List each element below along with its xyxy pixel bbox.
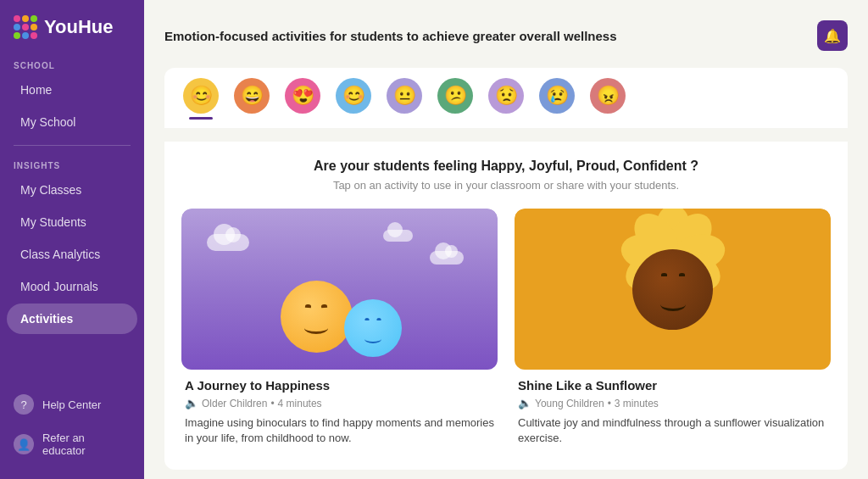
emoji-upset[interactable]: 😠 (585, 78, 631, 128)
main-header: Emotion-focused activities for students … (164, 20, 848, 51)
activity-image-sunflower (515, 209, 831, 370)
activity-desc-sunflower: Cultivate joy and mindfulness through a … (518, 415, 827, 446)
sidebar-item-class-analytics[interactable]: Class Analytics (7, 239, 137, 270)
help-icon: ? (14, 394, 34, 415)
activity-info-sunflower: Shine Like a Sunflower 🔈 Young Children … (515, 370, 831, 449)
eye-left (305, 304, 311, 309)
speaker-icon-journey: 🔈 (185, 397, 198, 409)
emoji-upset-circle: 😠 (590, 78, 626, 114)
cloud-3 (383, 230, 413, 242)
char-blue-smile (364, 335, 381, 343)
emoji-confident-circle: 😊 (336, 78, 371, 114)
activity-info-journey: A Journey to Happiness 🔈 Older Children … (181, 370, 498, 449)
sidebar-item-help-center[interactable]: ? Help Center (0, 386, 144, 423)
emoji-neutral-underline (392, 117, 416, 120)
meta-dot-sunflower: • (608, 398, 611, 409)
logo-dot-3 (31, 15, 37, 22)
emoji-unsure-circle: 😕 (437, 78, 473, 114)
emoji-sad[interactable]: 😢 (534, 78, 580, 128)
sidebar-divider (14, 145, 131, 146)
activity-desc-journey: Imagine using binoculars to find happy m… (185, 415, 494, 446)
char-orange-eyes (305, 304, 327, 308)
emoji-sad-underline (545, 117, 569, 120)
notification-button[interactable]: 🔔 (817, 20, 848, 51)
sidebar-item-refer-educator[interactable]: 👤 Refer an educator (0, 423, 144, 465)
emoji-happy[interactable]: 😊 (178, 78, 224, 128)
page-title: Emotion-focused activities for students … (164, 29, 617, 43)
logo-grid (14, 15, 37, 39)
logo-dot-2 (22, 15, 29, 22)
emoji-proud[interactable]: 😍 (280, 78, 326, 128)
activity-audience-journey: Older Children (202, 398, 267, 409)
activity-duration-sunflower: 3 minutes (615, 398, 659, 409)
activity-title-journey: A Journey to Happiness (185, 378, 494, 393)
logo-dot-5 (22, 24, 29, 31)
emoji-joyful-underline (240, 117, 264, 120)
sidebar: YouHue SCHOOL Home My School INSIGHTS My… (0, 0, 144, 479)
sidebar-item-home[interactable]: Home (7, 75, 137, 105)
blue-eye-left (364, 318, 369, 320)
flower-center (632, 249, 713, 330)
logo-dot-7 (14, 32, 20, 39)
activity-image-journey (181, 209, 498, 370)
meta-dot-journey: • (270, 398, 274, 409)
flower-eyes (661, 273, 685, 276)
emoji-sad-circle: 😢 (539, 78, 575, 114)
char-blue (344, 299, 402, 357)
eye-right (321, 304, 327, 309)
emoji-unsure-underline (443, 117, 467, 120)
help-center-label: Help Center (42, 398, 101, 411)
emoji-joyful-circle: 😄 (234, 78, 270, 114)
sidebar-item-my-school[interactable]: My School (7, 107, 137, 137)
activity-meta-journey: 🔈 Older Children • 4 minutes (185, 397, 494, 409)
journey-illustration (181, 209, 498, 370)
emoji-filter-row: 😊 😄 😍 😊 😐 😕 😟 😢 (164, 68, 848, 128)
refer-educator-label: Refer an educator (42, 432, 131, 457)
emoji-worried[interactable]: 😟 (483, 78, 529, 128)
section-label-school: SCHOOL (0, 53, 144, 74)
activity-title-sunflower: Shine Like a Sunflower (518, 378, 827, 393)
emoji-neutral[interactable]: 😐 (381, 78, 427, 128)
flower-smile (660, 298, 686, 311)
sunflower-illustration (515, 209, 831, 370)
emoji-neutral-circle: 😐 (387, 78, 422, 114)
bell-icon: 🔔 (824, 28, 841, 44)
main-content: Emotion-focused activities for students … (144, 0, 868, 479)
content-card: Are your students feeling Happy, Joyful,… (164, 142, 848, 470)
content-heading: Are your students feeling Happy, Joyful,… (181, 159, 831, 174)
emoji-unsure[interactable]: 😕 (432, 78, 478, 128)
activity-meta-sunflower: 🔈 Young Children • 3 minutes (518, 397, 827, 409)
emoji-worried-underline (494, 117, 518, 120)
flower-eye-right (679, 273, 685, 276)
logo-text: YouHue (44, 16, 113, 38)
logo-area: YouHue (0, 0, 144, 53)
refer-icon: 👤 (14, 434, 34, 454)
logo-dot-6 (31, 24, 37, 31)
emoji-upset-underline (596, 117, 620, 120)
logo-dot-4 (14, 24, 20, 31)
sidebar-bottom: ? Help Center 👤 Refer an educator (0, 386, 144, 479)
activity-card-journey[interactable]: A Journey to Happiness 🔈 Older Children … (181, 209, 498, 449)
emoji-joyful[interactable]: 😄 (229, 78, 275, 128)
activity-audience-sunflower: Young Children (535, 398, 604, 409)
char-orange (281, 281, 353, 353)
logo-dot-9 (31, 32, 37, 39)
logo-dot-1 (14, 15, 20, 22)
content-subheading: Tap on an activity to use in your classr… (181, 179, 831, 192)
speaker-icon-sunflower: 🔈 (518, 397, 531, 409)
emoji-confident-underline (342, 117, 365, 120)
emoji-confident[interactable]: 😊 (331, 78, 376, 128)
flower-eye-left (661, 273, 667, 276)
emoji-worried-circle: 😟 (488, 78, 524, 114)
sidebar-item-activities[interactable]: Activities (7, 304, 137, 334)
sidebar-item-mood-journals[interactable]: Mood Journals (7, 271, 137, 302)
sidebar-item-my-students[interactable]: My Students (7, 207, 137, 237)
activity-card-sunflower[interactable]: Shine Like a Sunflower 🔈 Young Children … (515, 209, 831, 449)
activity-grid: A Journey to Happiness 🔈 Older Children … (181, 209, 831, 449)
blue-eye-right (376, 318, 381, 320)
emoji-proud-underline (291, 117, 314, 120)
char-blue-eyes (364, 318, 381, 320)
activity-duration-journey: 4 minutes (278, 398, 322, 409)
sidebar-item-my-classes[interactable]: My Classes (7, 175, 137, 205)
emoji-happy-circle: 😊 (183, 78, 219, 114)
